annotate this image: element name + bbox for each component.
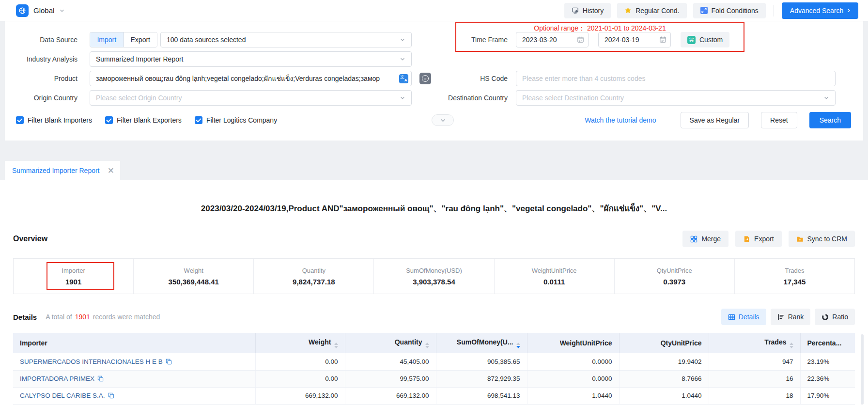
importer-cell[interactable]: SUPERMERCADOS INTERNACIONALES H E B [13, 353, 255, 370]
stat-importer: Importer 1901 [14, 259, 133, 294]
col-label: Trades [764, 338, 786, 346]
filter-label: Filter Logitics Company [206, 116, 277, 124]
copy-icon[interactable] [108, 392, 114, 399]
advanced-search-button[interactable]: Advanced Search › [782, 2, 858, 19]
weight-cell: 0.00 [255, 353, 345, 370]
custom-timeframe-button[interactable]: ⌘ Custom [681, 32, 729, 47]
overview-header: Overview Merge Export Sync to CRM [13, 230, 855, 248]
col-sum-of-money[interactable]: SumOfMoney(U... [436, 333, 527, 353]
tutorial-link[interactable]: Watch the tutorial demo [585, 116, 656, 124]
quantity-cell: 99,575.00 [345, 370, 436, 387]
col-quantity[interactable]: Quantity [345, 333, 436, 353]
destination-country-select[interactable]: Please select Destination Country [516, 90, 836, 106]
star-icon [624, 7, 632, 14]
stat-value: 17,345 [783, 278, 806, 286]
time-frame-label: Time Frame [416, 36, 508, 44]
importer-name[interactable]: SUPERMERCADOS INTERNACIONALES H E B [20, 358, 163, 365]
copy-icon[interactable] [97, 375, 104, 382]
sort-icon-active-desc[interactable] [516, 343, 520, 348]
form-row-industry: Industry Analysis Summarized Importer Re… [5, 51, 863, 67]
sum-cell: 905,385.65 [436, 353, 527, 370]
industry-analysis-select[interactable]: Summarized Importer Report [90, 51, 412, 67]
folder-sync-icon [796, 235, 804, 243]
export-tab[interactable]: Export [124, 32, 157, 47]
origin-country-select[interactable]: Please select Origin Country [90, 90, 412, 106]
search-actions: Watch the tutorial demo Save as Regular … [585, 112, 863, 128]
search-button[interactable]: Search [809, 112, 851, 128]
weight-unit-price-cell: 0.0000 [527, 370, 619, 387]
importer-cell[interactable]: IMPORTADORA PRIMEX [13, 370, 255, 387]
percentage-cell: 22.36% [800, 370, 855, 387]
search-panel: Optional range： 2021-01-01 to 2024-03-21… [5, 21, 863, 141]
regular-cond-button[interactable]: Regular Cond. [617, 3, 686, 18]
percentage-cell: 23.19% [800, 353, 855, 370]
chevron-right-icon: › [847, 6, 850, 14]
tab-summarized-importer-report[interactable]: Summarized Importer Report ✕ [5, 161, 120, 180]
col-label: Weight [309, 338, 331, 346]
view-ratio-button[interactable]: Ratio [815, 309, 855, 325]
data-sources-select[interactable]: 100 data sources selected [160, 32, 412, 47]
details-table: Importer Weight Quantity SumOfMoney(U...… [13, 333, 855, 405]
stat-label: SumOfMoney(USD) [406, 267, 462, 274]
sort-icon[interactable] [790, 343, 793, 348]
chevron-down-icon [440, 117, 446, 124]
view-rank-button[interactable]: Rank [771, 309, 811, 325]
import-tab[interactable]: Import [90, 32, 124, 47]
chevron-down-icon [400, 56, 405, 62]
fold-conditions-label: Fold Conditions [712, 7, 759, 15]
col-trades[interactable]: Trades [709, 333, 800, 353]
weight-unit-price-cell: 1.0440 [527, 387, 619, 404]
tab-title: Summarized Importer Report [12, 167, 108, 174]
merge-icon [690, 235, 698, 243]
col-weight[interactable]: Weight [255, 333, 345, 353]
filter-blank-exporters-checkbox[interactable]: Filter Blank Exporters [105, 116, 182, 124]
col-label: Quantity [395, 338, 422, 346]
report-content: 2023/03/20-2024/03/19,Product AND"заморо… [0, 180, 868, 406]
end-date-input[interactable] [598, 32, 671, 47]
scrollbar[interactable] [861, 334, 864, 405]
stat-qty-unit-price: QtyUnitPrice 0.3973 [614, 259, 734, 294]
reset-button[interactable]: Reset [761, 112, 797, 128]
col-weight-unit-price: WeightUnitPrice [527, 333, 619, 353]
importer-cell[interactable]: CALYPSO DEL CARIBE S.A. [13, 387, 255, 404]
data-source-toggle: Import Export [90, 32, 157, 47]
sort-icon[interactable] [425, 343, 429, 348]
importer-name[interactable]: IMPORTADORA PRIMEX [20, 375, 94, 382]
start-date-input[interactable] [516, 32, 589, 47]
region-switcher[interactable]: Global [16, 4, 65, 17]
history-label: History [583, 7, 604, 15]
product-input[interactable] [90, 71, 412, 86]
stat-sum-of-money: SumOfMoney(USD) 3,903,378.54 [373, 259, 494, 294]
view-ratio-label: Ratio [832, 313, 848, 321]
fold-icon [700, 7, 708, 14]
sync-to-crm-label: Sync to CRM [807, 235, 847, 243]
details-total-suffix: records were matched [93, 313, 160, 321]
collapse-conditions-button[interactable] [432, 114, 454, 126]
view-details-button[interactable]: Details [721, 309, 766, 325]
hs-code-input[interactable] [516, 71, 836, 86]
copy-icon[interactable] [166, 359, 172, 365]
importer-name[interactable]: CALYPSO DEL CARIBE S.A. [20, 392, 105, 399]
close-icon[interactable]: ✕ [108, 167, 114, 175]
sync-to-crm-button[interactable]: Sync to CRM [789, 231, 855, 247]
stat-label: QtyUnitPrice [657, 267, 692, 274]
industry-analysis-value: Summarized Importer Report [96, 55, 400, 63]
details-header: Details A total of 1901 records were mat… [13, 309, 855, 325]
fold-conditions-button[interactable]: Fold Conditions [693, 3, 766, 18]
filter-blank-importers-checkbox[interactable]: Filter Blank Importers [16, 116, 92, 124]
merge-button[interactable]: Merge [682, 231, 728, 247]
trades-cell: 18 [709, 387, 800, 404]
export-button[interactable]: Export [735, 231, 781, 247]
stat-label: Weight [184, 267, 203, 274]
sort-icon[interactable] [334, 343, 338, 348]
match-mode-icon[interactable]: = [419, 73, 431, 84]
table-icon [728, 313, 735, 321]
col-qty-unit-price: QtyUnitPrice [619, 333, 709, 353]
translate-icon[interactable]: 文A [399, 74, 408, 83]
stat-value: 350,369,448.41 [169, 278, 219, 286]
col-percentage: Percenta... [800, 333, 855, 353]
form-row-datasource: Data Source Import Export 100 data sourc… [5, 32, 863, 47]
history-button[interactable]: History [564, 3, 611, 18]
filter-logistics-checkbox[interactable]: Filter Logitics Company [195, 116, 277, 124]
save-as-regular-button[interactable]: Save as Regular [681, 112, 749, 128]
